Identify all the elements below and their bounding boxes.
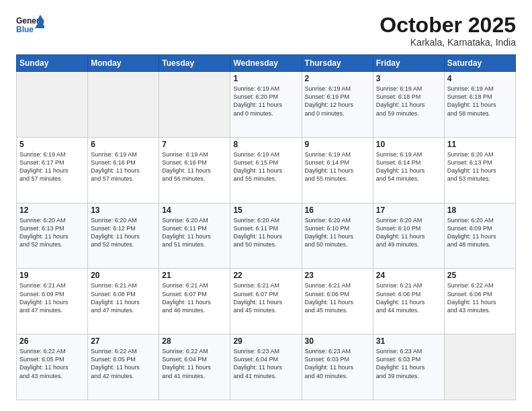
day-info: Sunrise: 6:20 AMSunset: 6:11 PMDaylight:…	[162, 216, 227, 249]
day-cell-6: 6Sunrise: 6:19 AMSunset: 6:16 PMDaylight…	[88, 137, 159, 203]
day-info: Sunrise: 6:22 AMSunset: 6:05 PMDaylight:…	[19, 347, 85, 380]
day-info: Sunrise: 6:20 AMSunset: 6:09 PMDaylight:…	[447, 216, 513, 249]
month-title: October 2025	[380, 13, 516, 37]
day-info: Sunrise: 6:21 AMSunset: 6:08 PMDaylight:…	[91, 281, 156, 314]
day-cell-13: 13Sunrise: 6:20 AMSunset: 6:12 PMDayligh…	[88, 203, 159, 269]
day-cell-9: 9Sunrise: 6:19 AMSunset: 6:14 PMDaylight…	[302, 137, 373, 203]
day-cell-22: 22Sunrise: 6:21 AMSunset: 6:07 PMDayligh…	[230, 269, 302, 334]
day-info: Sunrise: 6:21 AMSunset: 6:06 PMDaylight:…	[305, 281, 370, 314]
empty-cell	[159, 72, 230, 138]
day-number: 23	[305, 271, 370, 280]
day-info: Sunrise: 6:19 AMSunset: 6:20 PMDaylight:…	[233, 85, 298, 118]
day-number: 6	[91, 140, 156, 149]
day-number: 18	[447, 205, 513, 215]
calendar-table: SundayMondayTuesdayWednesdayThursdayFrid…	[16, 54, 516, 400]
day-number: 1	[233, 74, 298, 83]
location: Karkala, Karnataka, India	[380, 37, 516, 48]
day-info: Sunrise: 6:19 AMSunset: 6:16 PMDaylight:…	[91, 150, 156, 183]
day-number: 7	[162, 140, 227, 149]
day-cell-4: 4Sunrise: 6:19 AMSunset: 6:18 PMDaylight…	[444, 72, 515, 138]
week-row-2: 5Sunrise: 6:19 AMSunset: 6:17 PMDaylight…	[17, 137, 516, 203]
day-number: 29	[233, 336, 298, 346]
day-cell-19: 19Sunrise: 6:21 AMSunset: 6:09 PMDayligh…	[17, 269, 88, 334]
day-cell-20: 20Sunrise: 6:21 AMSunset: 6:08 PMDayligh…	[88, 269, 159, 334]
day-number: 11	[447, 140, 513, 149]
day-cell-2: 2Sunrise: 6:19 AMSunset: 6:19 PMDaylight…	[302, 72, 373, 138]
day-number: 3	[376, 74, 441, 83]
day-cell-14: 14Sunrise: 6:20 AMSunset: 6:11 PMDayligh…	[159, 203, 230, 269]
day-info: Sunrise: 6:23 AMSunset: 6:03 PMDaylight:…	[305, 347, 370, 380]
day-info: Sunrise: 6:22 AMSunset: 6:06 PMDaylight:…	[447, 281, 513, 314]
day-info: Sunrise: 6:19 AMSunset: 6:14 PMDaylight:…	[376, 150, 441, 183]
day-info: Sunrise: 6:20 AMSunset: 6:13 PMDaylight:…	[447, 150, 513, 183]
day-number: 28	[162, 336, 227, 346]
weekday-wednesday: Wednesday	[230, 55, 302, 72]
day-info: Sunrise: 6:20 AMSunset: 6:11 PMDaylight:…	[233, 216, 298, 249]
day-number: 13	[91, 205, 156, 215]
week-row-3: 12Sunrise: 6:20 AMSunset: 6:13 PMDayligh…	[17, 203, 516, 269]
svg-text:Blue: Blue	[16, 25, 34, 34]
day-number: 16	[305, 205, 370, 215]
weekday-header-row: SundayMondayTuesdayWednesdayThursdayFrid…	[17, 55, 516, 72]
day-number: 2	[305, 74, 370, 83]
day-info: Sunrise: 6:19 AMSunset: 6:14 PMDaylight:…	[305, 150, 370, 183]
day-cell-15: 15Sunrise: 6:20 AMSunset: 6:11 PMDayligh…	[230, 203, 302, 269]
day-info: Sunrise: 6:22 AMSunset: 6:04 PMDaylight:…	[162, 347, 227, 380]
day-info: Sunrise: 6:19 AMSunset: 6:19 PMDaylight:…	[305, 85, 370, 118]
day-number: 12	[19, 205, 85, 215]
weekday-saturday: Saturday	[444, 55, 515, 72]
day-number: 30	[305, 336, 370, 346]
weekday-sunday: Sunday	[17, 55, 88, 72]
day-number: 5	[19, 140, 85, 149]
day-cell-28: 28Sunrise: 6:22 AMSunset: 6:04 PMDayligh…	[159, 334, 230, 400]
page-header: General Blue October 2025 Karkala, Karna…	[16, 13, 516, 48]
weekday-tuesday: Tuesday	[159, 55, 230, 72]
day-cell-29: 29Sunrise: 6:23 AMSunset: 6:04 PMDayligh…	[230, 334, 302, 400]
weekday-friday: Friday	[373, 55, 444, 72]
day-info: Sunrise: 6:20 AMSunset: 6:10 PMDaylight:…	[305, 216, 370, 249]
day-info: Sunrise: 6:23 AMSunset: 6:04 PMDaylight:…	[233, 347, 298, 380]
day-cell-12: 12Sunrise: 6:20 AMSunset: 6:13 PMDayligh…	[17, 203, 88, 269]
day-cell-26: 26Sunrise: 6:22 AMSunset: 6:05 PMDayligh…	[17, 334, 88, 400]
day-number: 27	[91, 336, 156, 346]
day-cell-30: 30Sunrise: 6:23 AMSunset: 6:03 PMDayligh…	[302, 334, 373, 400]
day-cell-7: 7Sunrise: 6:19 AMSunset: 6:16 PMDaylight…	[159, 137, 230, 203]
day-number: 8	[233, 140, 298, 149]
day-cell-3: 3Sunrise: 6:19 AMSunset: 6:18 PMDaylight…	[373, 72, 444, 138]
week-row-1: 1Sunrise: 6:19 AMSunset: 6:20 PMDaylight…	[17, 72, 516, 138]
day-cell-16: 16Sunrise: 6:20 AMSunset: 6:10 PMDayligh…	[302, 203, 373, 269]
week-row-4: 19Sunrise: 6:21 AMSunset: 6:09 PMDayligh…	[17, 269, 516, 334]
day-cell-1: 1Sunrise: 6:19 AMSunset: 6:20 PMDaylight…	[230, 72, 302, 138]
day-info: Sunrise: 6:21 AMSunset: 6:09 PMDaylight:…	[19, 281, 85, 314]
day-info: Sunrise: 6:19 AMSunset: 6:16 PMDaylight:…	[162, 150, 227, 183]
day-number: 22	[233, 271, 298, 280]
day-info: Sunrise: 6:23 AMSunset: 6:03 PMDaylight:…	[376, 347, 441, 380]
empty-cell	[444, 334, 515, 400]
logo: General Blue	[16, 13, 44, 38]
day-number: 24	[376, 271, 441, 280]
day-info: Sunrise: 6:20 AMSunset: 6:12 PMDaylight:…	[91, 216, 156, 249]
day-number: 25	[447, 271, 513, 280]
day-cell-17: 17Sunrise: 6:20 AMSunset: 6:10 PMDayligh…	[373, 203, 444, 269]
day-number: 17	[376, 205, 441, 215]
day-cell-5: 5Sunrise: 6:19 AMSunset: 6:17 PMDaylight…	[17, 137, 88, 203]
day-info: Sunrise: 6:21 AMSunset: 6:06 PMDaylight:…	[376, 281, 441, 314]
day-info: Sunrise: 6:19 AMSunset: 6:15 PMDaylight:…	[233, 150, 298, 183]
week-row-5: 26Sunrise: 6:22 AMSunset: 6:05 PMDayligh…	[17, 334, 516, 400]
day-info: Sunrise: 6:19 AMSunset: 6:18 PMDaylight:…	[447, 85, 513, 118]
day-number: 31	[376, 336, 441, 346]
day-info: Sunrise: 6:21 AMSunset: 6:07 PMDaylight:…	[162, 281, 227, 314]
day-cell-21: 21Sunrise: 6:21 AMSunset: 6:07 PMDayligh…	[159, 269, 230, 334]
day-info: Sunrise: 6:19 AMSunset: 6:18 PMDaylight:…	[376, 85, 441, 118]
day-cell-10: 10Sunrise: 6:19 AMSunset: 6:14 PMDayligh…	[373, 137, 444, 203]
day-number: 21	[162, 271, 227, 280]
day-number: 10	[376, 140, 441, 149]
day-cell-8: 8Sunrise: 6:19 AMSunset: 6:15 PMDaylight…	[230, 137, 302, 203]
day-cell-25: 25Sunrise: 6:22 AMSunset: 6:06 PMDayligh…	[444, 269, 515, 334]
day-cell-27: 27Sunrise: 6:22 AMSunset: 6:05 PMDayligh…	[88, 334, 159, 400]
title-block: October 2025 Karkala, Karnataka, India	[380, 13, 516, 48]
day-number: 4	[447, 74, 513, 83]
day-info: Sunrise: 6:20 AMSunset: 6:10 PMDaylight:…	[376, 216, 441, 249]
day-cell-18: 18Sunrise: 6:20 AMSunset: 6:09 PMDayligh…	[444, 203, 515, 269]
day-info: Sunrise: 6:20 AMSunset: 6:13 PMDaylight:…	[19, 216, 85, 249]
